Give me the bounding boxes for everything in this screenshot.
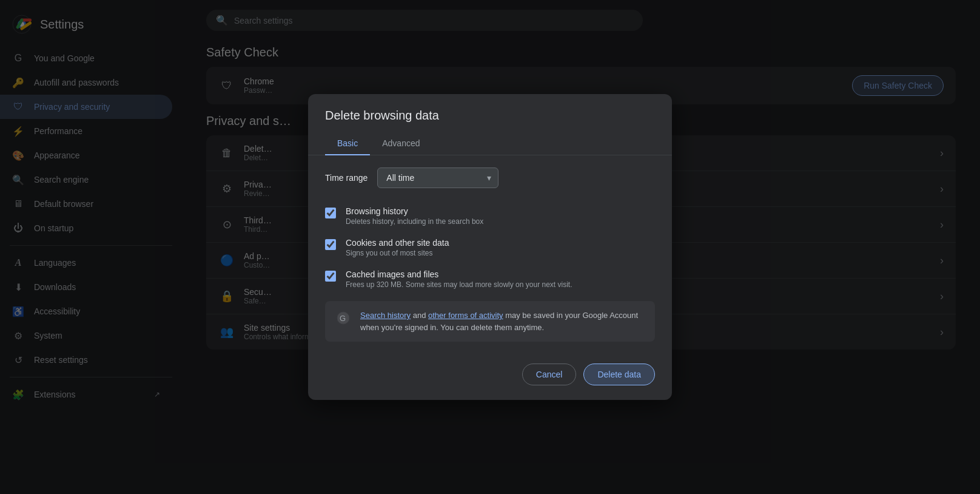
info-text-mid: and xyxy=(413,311,428,320)
info-box: G Search history and other forms of acti… xyxy=(325,301,655,342)
cookies-label: Cookies and other site data xyxy=(346,238,449,248)
browsing-history-sub: Deletes history, including in the search… xyxy=(346,217,483,226)
other-forms-link[interactable]: other forms of activity xyxy=(428,311,503,320)
dialog-overlay: Delete browsing data Basic Advanced Time… xyxy=(0,0,980,494)
time-range-select[interactable]: Last hour Last 24 hours Last 7 days Last… xyxy=(377,167,498,188)
cancel-button[interactable]: Cancel xyxy=(522,364,577,385)
browsing-history-label: Browsing history xyxy=(346,206,483,216)
cached-label: Cached images and files xyxy=(346,269,572,279)
delete-data-button[interactable]: Delete data xyxy=(583,364,655,385)
time-range-label: Time range xyxy=(325,173,368,183)
time-range-row: Time range Last hour Last 24 hours Last … xyxy=(325,167,655,188)
cookies-text: Cookies and other site data Signs you ou… xyxy=(346,238,449,257)
browsing-history-checkbox[interactable] xyxy=(325,208,336,218)
svg-text:G: G xyxy=(340,314,346,323)
google-icon-svg: G xyxy=(337,311,350,325)
browsing-history-text: Browsing history Deletes history, includ… xyxy=(346,206,483,226)
cookies-checkbox[interactable] xyxy=(325,239,336,250)
checkbox-browsing-history: Browsing history Deletes history, includ… xyxy=(325,200,655,232)
cached-text: Cached images and files Frees up 320 MB.… xyxy=(346,269,572,289)
cached-sub: Frees up 320 MB. Some sites may load mor… xyxy=(346,280,572,289)
dialog-title: Delete browsing data xyxy=(308,94,672,132)
google-account-icon: G xyxy=(335,310,352,327)
time-range-select-wrap: Last hour Last 24 hours Last 7 days Last… xyxy=(377,167,498,188)
checkbox-cookies: Cookies and other site data Signs you ou… xyxy=(325,232,655,263)
tab-basic[interactable]: Basic xyxy=(325,132,370,155)
dialog-tabs: Basic Advanced xyxy=(308,132,672,155)
delete-browsing-data-dialog: Delete browsing data Basic Advanced Time… xyxy=(308,94,672,400)
search-history-link[interactable]: Search history xyxy=(360,311,411,320)
cached-checkbox[interactable] xyxy=(325,271,336,282)
dialog-body: Time range Last hour Last 24 hours Last … xyxy=(308,155,672,354)
dialog-footer: Cancel Delete data xyxy=(308,354,672,400)
tab-advanced[interactable]: Advanced xyxy=(370,132,432,155)
info-box-text: Search history and other forms of activi… xyxy=(360,310,645,333)
cookies-sub: Signs you out of most sites xyxy=(346,249,449,257)
checkbox-cached: Cached images and files Frees up 320 MB.… xyxy=(325,263,655,295)
